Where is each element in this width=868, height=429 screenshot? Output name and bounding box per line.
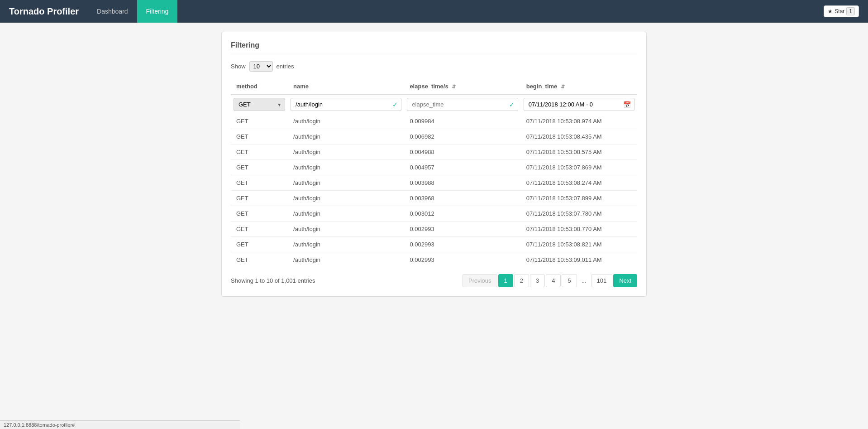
- sort-icon-begin: ⇵: [561, 84, 565, 90]
- filter-elapse-input[interactable]: [407, 98, 518, 111]
- table-row: GET/auth/login0.00495707/11/2018 10:53:0…: [231, 160, 637, 175]
- star-label: Star: [835, 8, 844, 14]
- cell-name: /auth/login: [288, 145, 404, 160]
- cell-elapse_time: 0.009984: [404, 114, 520, 129]
- table-row: GET/auth/login0.00299307/11/2018 10:53:0…: [231, 252, 637, 268]
- filter-begin-input[interactable]: [524, 98, 634, 111]
- page-last-button[interactable]: 101: [591, 274, 613, 287]
- table-header-row: method name elapse_time/s ⇵ begin_time ⇵: [231, 78, 637, 95]
- app-brand: Tornado Profiler: [9, 6, 79, 17]
- pagination: Previous 1 2 3 4 5 ... 101 Next: [463, 274, 637, 287]
- panel: Filtering Show 10 25 50 100 entries meth…: [221, 32, 647, 297]
- showing-entries: Showing 1 to 10 of 1,001 entries: [231, 277, 315, 284]
- cell-begin_time: 07/11/2018 10:53:09.011 AM: [521, 252, 637, 268]
- page-2-button[interactable]: 2: [514, 274, 529, 287]
- cell-method: GET: [231, 145, 288, 160]
- cell-begin_time: 07/11/2018 10:53:08.770 AM: [521, 222, 637, 237]
- cell-method: GET: [231, 191, 288, 206]
- cell-begin_time: 07/11/2018 10:53:07.780 AM: [521, 206, 637, 222]
- table-footer: Showing 1 to 10 of 1,001 entries Previou…: [231, 274, 637, 287]
- cell-begin_time: 07/11/2018 10:53:08.274 AM: [521, 175, 637, 191]
- check-icon-elapse: ✓: [509, 101, 515, 108]
- cell-begin_time: 07/11/2018 10:53:08.821 AM: [521, 237, 637, 252]
- cell-elapse_time: 0.004957: [404, 160, 520, 175]
- filter-begin-cell: 📅: [521, 95, 637, 114]
- filter-name-cell: ✓: [288, 95, 404, 114]
- cell-elapse_time: 0.003012: [404, 206, 520, 222]
- cell-method: GET: [231, 206, 288, 222]
- github-star-button[interactable]: ★ Star 1: [824, 5, 859, 17]
- cell-begin_time: 07/11/2018 10:53:07.869 AM: [521, 160, 637, 175]
- cell-name: /auth/login: [288, 206, 404, 222]
- cell-method: GET: [231, 175, 288, 191]
- page-1-button[interactable]: 1: [498, 274, 513, 287]
- navbar-right: ★ Star 1: [824, 5, 859, 17]
- star-count: 1: [846, 7, 855, 15]
- show-entries-row: Show 10 25 50 100 entries: [231, 61, 637, 72]
- cell-name: /auth/login: [288, 222, 404, 237]
- filter-elapse-wrap: ✓: [407, 98, 518, 111]
- filter-elapse-cell: ✓: [404, 95, 520, 114]
- filter-row: GET POST PUT DELETE ✓: [231, 95, 637, 114]
- table-row: GET/auth/login0.00498807/11/2018 10:53:0…: [231, 145, 637, 160]
- cell-method: GET: [231, 114, 288, 129]
- table-body: GET/auth/login0.00998407/11/2018 10:53:0…: [231, 114, 637, 267]
- cell-begin_time: 07/11/2018 10:53:07.899 AM: [521, 191, 637, 206]
- cell-elapse_time: 0.002993: [404, 252, 520, 268]
- col-method: method: [231, 78, 288, 95]
- cell-elapse_time: 0.002993: [404, 222, 520, 237]
- calendar-icon: 📅: [623, 101, 631, 108]
- cell-elapse_time: 0.004988: [404, 145, 520, 160]
- table-row: GET/auth/login0.00299307/11/2018 10:53:0…: [231, 222, 637, 237]
- nav-tabs: Dashboard Filtering: [88, 0, 177, 23]
- table-row: GET/auth/login0.00698207/11/2018 10:53:0…: [231, 129, 637, 145]
- page-5-button[interactable]: 5: [562, 274, 577, 287]
- github-icon: ★: [828, 8, 833, 14]
- previous-button[interactable]: Previous: [463, 274, 497, 287]
- table-row: GET/auth/login0.00398807/11/2018 10:53:0…: [231, 175, 637, 191]
- col-begin-time[interactable]: begin_time ⇵: [521, 78, 637, 95]
- cell-name: /auth/login: [288, 252, 404, 268]
- filter-method-select[interactable]: GET POST PUT DELETE: [234, 98, 285, 111]
- table-row: GET/auth/login0.00301207/11/2018 10:53:0…: [231, 206, 637, 222]
- cell-method: GET: [231, 237, 288, 252]
- data-table: method name elapse_time/s ⇵ begin_time ⇵: [231, 78, 637, 267]
- cell-method: GET: [231, 222, 288, 237]
- cell-name: /auth/login: [288, 129, 404, 145]
- filter-method-wrap: GET POST PUT DELETE: [234, 98, 285, 111]
- cell-method: GET: [231, 129, 288, 145]
- filter-name-wrap: ✓: [291, 98, 401, 111]
- cell-elapse_time: 0.006982: [404, 129, 520, 145]
- cell-elapse_time: 0.003968: [404, 191, 520, 206]
- navbar: Tornado Profiler Dashboard Filtering ★ S…: [0, 0, 868, 23]
- panel-title: Filtering: [231, 41, 637, 54]
- entries-select[interactable]: 10 25 50 100: [249, 61, 273, 72]
- cell-begin_time: 07/11/2018 10:53:08.435 AM: [521, 129, 637, 145]
- tab-dashboard[interactable]: Dashboard: [88, 0, 137, 23]
- check-icon: ✓: [392, 101, 398, 108]
- cell-name: /auth/login: [288, 160, 404, 175]
- show-label: Show: [231, 63, 246, 70]
- cell-name: /auth/login: [288, 175, 404, 191]
- page-4-button[interactable]: 4: [546, 274, 561, 287]
- tab-filtering[interactable]: Filtering: [137, 0, 178, 23]
- cell-name: /auth/login: [288, 237, 404, 252]
- table-row: GET/auth/login0.00299307/11/2018 10:53:0…: [231, 237, 637, 252]
- cell-begin_time: 07/11/2018 10:53:08.575 AM: [521, 145, 637, 160]
- page-ellipsis: ...: [578, 275, 590, 287]
- sort-icon-elapse: ⇵: [452, 84, 456, 90]
- filter-method-cell: GET POST PUT DELETE: [231, 95, 288, 114]
- page-3-button[interactable]: 3: [530, 274, 545, 287]
- cell-begin_time: 07/11/2018 10:53:08.974 AM: [521, 114, 637, 129]
- cell-method: GET: [231, 160, 288, 175]
- cell-name: /auth/login: [288, 114, 404, 129]
- entries-label: entries: [277, 63, 294, 70]
- main-content: Filtering Show 10 25 50 100 entries meth…: [212, 23, 656, 306]
- cell-method: GET: [231, 252, 288, 268]
- table-row: GET/auth/login0.00998407/11/2018 10:53:0…: [231, 114, 637, 129]
- table-row: GET/auth/login0.00396807/11/2018 10:53:0…: [231, 191, 637, 206]
- next-button[interactable]: Next: [613, 274, 637, 287]
- col-elapse-time[interactable]: elapse_time/s ⇵: [404, 78, 520, 95]
- cell-elapse_time: 0.003988: [404, 175, 520, 191]
- filter-name-input[interactable]: [291, 98, 401, 111]
